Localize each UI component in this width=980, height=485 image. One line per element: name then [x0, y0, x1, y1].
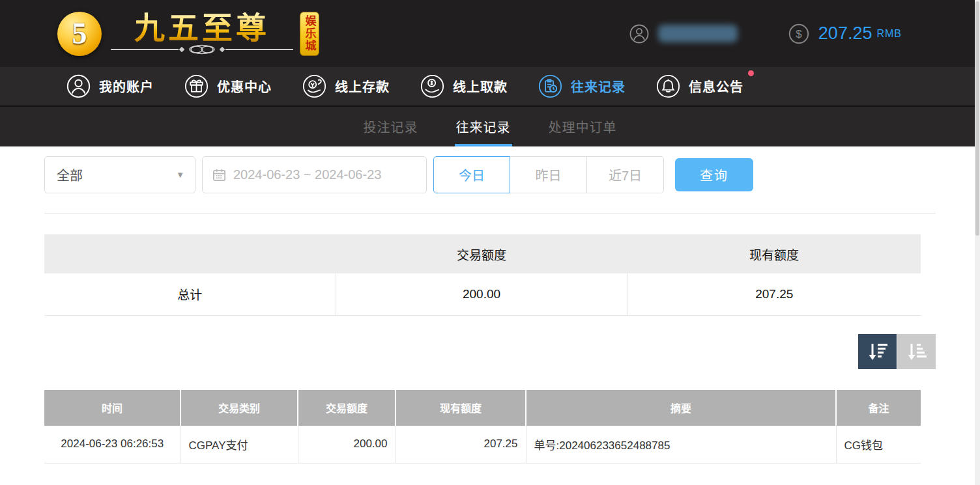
scrollbar-thumb[interactable]	[975, 1, 979, 236]
top-header: 5 九五至尊 娱乐城	[0, 0, 980, 67]
main-navigation: 我的账户 优惠中心 线上存款	[0, 67, 980, 107]
col-transaction-type: 交易类别	[180, 390, 298, 426]
sort-amount-asc-icon	[904, 340, 929, 363]
summary-col-transaction-amount: 交易额度	[336, 234, 627, 273]
section-divider	[44, 213, 936, 214]
notification-dot	[748, 70, 754, 76]
tab-betting-records[interactable]: 投注记录	[364, 107, 418, 146]
range-button-today[interactable]: 今日	[433, 156, 510, 193]
nav-label: 线上存款	[335, 77, 390, 96]
gift-icon	[184, 74, 209, 98]
nav-item-announcements[interactable]: 信息公告	[656, 74, 743, 98]
subtab-label: 往来记录	[456, 117, 511, 136]
quick-range-group: 今日 昨日 近7日	[433, 156, 664, 193]
user-avatar-icon	[629, 24, 649, 44]
col-remark: 备注	[836, 390, 921, 426]
cell-time: 2024-06-23 06:26:53	[44, 426, 180, 464]
records-table: 时间 交易类别 交易额度 现有额度 摘要 备注 2024-06-23 06:26…	[44, 390, 921, 464]
summary-total-row: 总计 200.00 207.25	[44, 273, 921, 315]
logo-flourish-icon	[111, 44, 293, 55]
site-logo[interactable]: 5 九五至尊 娱乐城	[57, 12, 319, 56]
records-header-row: 时间 交易类别 交易额度 现有额度 摘要 备注	[44, 390, 921, 426]
balance-display[interactable]: $ 207.25 RMB	[788, 23, 902, 44]
subtab-label: 处理中订单	[549, 117, 617, 136]
tab-pending-orders[interactable]: 处理中订单	[549, 107, 617, 146]
chevron-down-icon: ▼	[176, 170, 184, 180]
cell-transaction-type: CGPAY支付	[180, 426, 298, 464]
active-tab-underline	[455, 144, 512, 146]
date-range-input[interactable]: 2024-06-23 ~ 2024-06-23	[202, 156, 427, 193]
date-range-value: 2024-06-23 ~ 2024-06-23	[233, 167, 381, 182]
logo-text-block: 九五至尊	[111, 12, 293, 55]
nav-label: 往来记录	[571, 77, 626, 96]
cell-remark: CG钱包	[836, 426, 921, 464]
summary-header-row: 交易额度 现有额度	[44, 234, 921, 273]
transaction-records-page: 5 九五至尊 娱乐城	[0, 0, 980, 485]
range-button-last7days[interactable]: 近7日	[587, 156, 664, 193]
withdraw-icon	[420, 74, 444, 98]
cell-summary: 单号:202406233652488785	[526, 426, 836, 464]
page-scrollbar[interactable]	[975, 0, 980, 485]
col-summary: 摘要	[526, 390, 836, 426]
subtab-label: 投注记录	[364, 117, 418, 136]
bell-icon	[656, 74, 680, 98]
logo-monogram-text: 5	[72, 16, 87, 51]
nav-label: 信息公告	[689, 77, 743, 96]
cell-current-balance: 207.25	[396, 426, 526, 464]
records-icon	[538, 74, 562, 98]
nav-item-deposit[interactable]: 线上存款	[302, 74, 390, 98]
content-area: 全部 ▼ 2024-06-23 ~ 2024-06-23 今日 昨日 近7日 查…	[0, 146, 980, 464]
type-dropdown-value: 全部	[57, 165, 83, 184]
user-icon	[66, 74, 91, 98]
calendar-icon	[212, 167, 227, 182]
type-dropdown[interactable]: 全部 ▼	[44, 156, 195, 193]
user-account[interactable]	[629, 24, 738, 44]
sort-amount-desc-button[interactable]	[858, 334, 897, 369]
balance-amount: 207.25	[818, 23, 872, 44]
dollar-coin-icon: $	[788, 23, 809, 44]
tab-transaction-records[interactable]: 往来记录	[456, 107, 511, 146]
nav-label: 我的账户	[99, 77, 154, 96]
sort-controls	[44, 334, 936, 369]
sort-amount-asc-button[interactable]	[897, 334, 936, 369]
col-current-balance: 现有额度	[396, 390, 526, 426]
nav-label: 优惠中心	[217, 77, 272, 96]
summary-col-current-balance: 现有额度	[627, 234, 921, 273]
filter-bar: 全部 ▼ 2024-06-23 ~ 2024-06-23 今日 昨日 近7日 查…	[44, 156, 936, 193]
summary-col-empty	[44, 234, 336, 273]
site-title: 九五至尊	[134, 12, 270, 44]
username-redacted	[658, 25, 738, 42]
logo-monogram-icon: 5	[57, 12, 102, 56]
table-row: 2024-06-23 06:26:53 CGPAY支付 200.00 207.2…	[44, 426, 921, 464]
summary-total-transaction: 200.00	[336, 273, 627, 315]
summary-table: 交易额度 现有额度 总计 200.00 207.25	[44, 234, 921, 316]
summary-total-label: 总计	[44, 273, 336, 315]
range-button-yesterday[interactable]: 昨日	[510, 156, 587, 193]
logo-badge: 娱乐城	[300, 12, 319, 56]
nav-label: 线上取款	[453, 77, 508, 96]
search-button[interactable]: 查询	[675, 158, 753, 191]
deposit-icon	[302, 74, 326, 98]
nav-item-my-account[interactable]: 我的账户	[66, 74, 154, 98]
col-transaction-amount: 交易额度	[298, 390, 396, 426]
header-right: $ 207.25 RMB	[629, 23, 902, 44]
nav-item-transaction-records[interactable]: 往来记录	[538, 74, 626, 98]
record-subtabs: 投注记录 往来记录 处理中订单	[0, 107, 980, 146]
balance-currency: RMB	[876, 28, 902, 40]
col-time: 时间	[44, 390, 180, 426]
summary-total-balance: 207.25	[627, 273, 921, 315]
cell-transaction-amount: 200.00	[298, 426, 396, 464]
svg-text:$: $	[796, 28, 802, 40]
sort-amount-desc-icon	[865, 340, 890, 363]
nav-item-promotions[interactable]: 优惠中心	[184, 74, 272, 98]
nav-item-withdraw[interactable]: 线上取款	[420, 74, 508, 98]
